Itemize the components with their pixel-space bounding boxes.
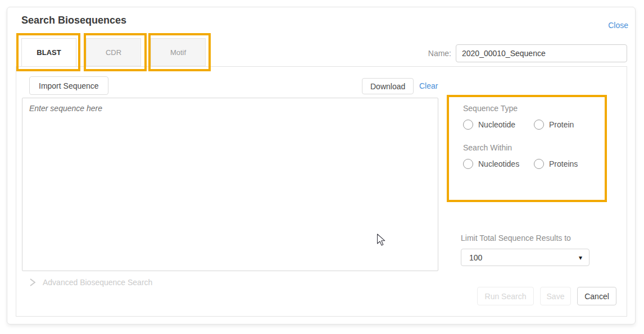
sequence-input[interactable] xyxy=(22,98,438,271)
sequence-type-label: Sequence Type xyxy=(463,104,605,113)
footer-actions: Run Search Save Cancel xyxy=(477,287,616,305)
radio-circle-icon[interactable] xyxy=(463,159,473,169)
download-button[interactable]: Download xyxy=(362,78,414,94)
page-title: Search Biosequences xyxy=(21,15,126,26)
name-field-row: Name: xyxy=(428,44,627,62)
import-sequence-button[interactable]: Import Sequence xyxy=(29,76,108,95)
close-link[interactable]: Close xyxy=(608,21,628,30)
run-search-button[interactable]: Run Search xyxy=(477,287,534,305)
radio-circle-icon[interactable] xyxy=(463,120,473,130)
highlight-box-sequence-options: Sequence Type Nucleotide Protein Search … xyxy=(447,95,607,202)
search-biosequences-dialog: Search Biosequences Close BLAST CDR Moti… xyxy=(7,7,636,324)
save-button[interactable]: Save xyxy=(540,287,571,305)
search-within-radio-group: Nucleotides Proteins xyxy=(463,159,605,169)
blast-tab-panel: Import Sequence Download Clear Sequence … xyxy=(16,66,627,317)
name-field-label: Name: xyxy=(428,49,451,58)
radio-circle-icon[interactable] xyxy=(534,120,544,130)
radio-circle-icon[interactable] xyxy=(534,159,544,169)
limit-results-value: 100 xyxy=(469,253,482,262)
sequence-type-radio-group: Nucleotide Protein xyxy=(463,120,605,130)
radio-protein[interactable]: Protein xyxy=(534,120,605,130)
advanced-biosequence-search-toggle[interactable]: Advanced Biosequence Search xyxy=(29,278,152,287)
tab-cdr[interactable]: CDR xyxy=(86,38,141,66)
search-within-label: Search Within xyxy=(463,143,605,152)
caret-down-icon: ▾ xyxy=(579,254,582,261)
chevron-right-icon xyxy=(29,278,36,286)
limit-results-dropdown[interactable]: 100 ▾ xyxy=(461,249,589,266)
advanced-biosequence-search-label: Advanced Biosequence Search xyxy=(43,278,152,287)
tab-motif[interactable]: Motif xyxy=(151,38,206,66)
tab-blast[interactable]: BLAST xyxy=(21,38,76,66)
radio-proteins[interactable]: Proteins xyxy=(534,159,605,169)
cancel-button[interactable]: Cancel xyxy=(577,287,616,305)
radio-nucleotides[interactable]: Nucleotides xyxy=(463,159,534,169)
clear-link[interactable]: Clear xyxy=(419,81,438,90)
radio-nucleotide[interactable]: Nucleotide xyxy=(463,120,534,130)
limit-results-label: Limit Total Sequence Results to xyxy=(461,234,571,243)
name-input[interactable] xyxy=(456,44,627,62)
